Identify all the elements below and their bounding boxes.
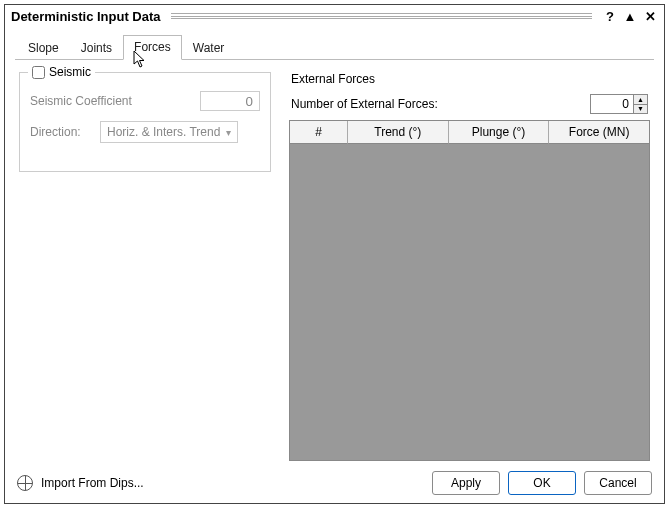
external-count-label: Number of External Forces: — [291, 97, 438, 111]
col-header-force[interactable]: Force (MN) — [549, 121, 649, 144]
seismic-direction-select[interactable]: Horiz. & Inters. Trend ▾ — [100, 121, 238, 143]
seismic-column: Seismic Seismic Coefficient Direction: H… — [19, 72, 271, 461]
seismic-legend: Seismic — [28, 65, 95, 79]
import-area[interactable]: Import From Dips... — [17, 475, 144, 491]
grid-header: # Trend (°) Plunge (°) Force (MN) — [290, 121, 649, 144]
cancel-button[interactable]: Cancel — [584, 471, 652, 495]
seismic-checkbox[interactable] — [32, 66, 45, 79]
tab-forces[interactable]: Forces — [123, 35, 182, 60]
seismic-coeff-row: Seismic Coefficient — [30, 91, 260, 111]
seismic-group: Seismic Seismic Coefficient Direction: H… — [19, 72, 271, 172]
chevron-down-icon: ▾ — [226, 127, 231, 138]
spinner-down-icon[interactable]: ▼ — [634, 105, 647, 114]
client-area: Slope Joints Forces Water Seismic Seismi… — [5, 26, 664, 503]
seismic-direction-row: Direction: Horiz. & Inters. Trend ▾ — [30, 121, 260, 143]
col-header-plunge[interactable]: Plunge (°) — [449, 121, 550, 144]
seismic-direction-label: Direction: — [30, 125, 100, 139]
col-header-index[interactable]: # — [290, 121, 348, 144]
external-count-spinner[interactable]: ▲ ▼ — [590, 94, 648, 114]
footer: Import From Dips... Apply OK Cancel — [15, 465, 654, 495]
title-rule — [171, 13, 592, 19]
seismic-direction-value: Horiz. & Inters. Trend — [107, 125, 220, 139]
help-icon[interactable]: ? — [602, 8, 618, 24]
import-label: Import From Dips... — [41, 476, 144, 490]
seismic-legend-label: Seismic — [49, 65, 91, 79]
titlebar: Deterministic Input Data ? ▲ ✕ — [5, 5, 664, 26]
external-count-input[interactable] — [591, 95, 633, 113]
dialog-window: Deterministic Input Data ? ▲ ✕ Slope Joi… — [4, 4, 665, 504]
external-forces-section: External Forces Number of External Force… — [289, 72, 650, 461]
forces-tabpage: Seismic Seismic Coefficient Direction: H… — [15, 60, 654, 465]
seismic-coeff-input[interactable] — [200, 91, 260, 111]
ok-button[interactable]: OK — [508, 471, 576, 495]
col-header-trend[interactable]: Trend (°) — [348, 121, 449, 144]
spinner-buttons: ▲ ▼ — [633, 95, 647, 113]
tab-joints[interactable]: Joints — [70, 36, 123, 60]
globe-icon — [17, 475, 33, 491]
apply-button[interactable]: Apply — [432, 471, 500, 495]
close-icon[interactable]: ✕ — [642, 8, 658, 24]
tab-water[interactable]: Water — [182, 36, 236, 60]
tab-slope[interactable]: Slope — [17, 36, 70, 60]
external-forces-grid[interactable]: # Trend (°) Plunge (°) Force (MN) — [289, 120, 650, 461]
external-forces-title: External Forces — [291, 72, 648, 86]
external-count-row: Number of External Forces: ▲ ▼ — [291, 94, 648, 114]
spinner-up-icon[interactable]: ▲ — [634, 95, 647, 105]
collapse-icon[interactable]: ▲ — [622, 8, 638, 24]
window-title: Deterministic Input Data — [11, 9, 161, 24]
seismic-coeff-label: Seismic Coefficient — [30, 94, 140, 108]
tab-bar: Slope Joints Forces Water — [15, 34, 654, 60]
